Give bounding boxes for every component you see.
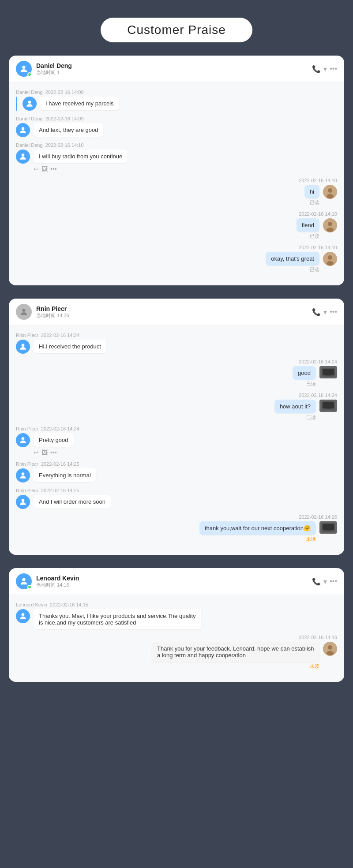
- dropdown-icon[interactable]: ▾: [323, 577, 327, 586]
- more-icon[interactable]: •••: [330, 308, 337, 316]
- msg-meta: Lenoard Kevin 2022-02-16 14:15: [16, 602, 88, 607]
- dropdown-icon[interactable]: ▾: [323, 308, 327, 316]
- msg-bubble-right: how aout it?: [274, 400, 316, 413]
- message-row: Rnin Piecr 2022-02-16 14:24 Pretty good …: [16, 426, 337, 456]
- read-status: 已读: [274, 414, 316, 421]
- header-actions-1: 📞 ▾ •••: [312, 65, 337, 73]
- svg-point-30: [328, 645, 332, 650]
- message-row: 2022-02-16 14:10 hi 已读: [16, 178, 337, 206]
- msg-meta: Rnin Piecr 2022-02-16 14:24: [16, 333, 79, 338]
- image-icon[interactable]: 🖼: [41, 449, 48, 456]
- svg-point-12: [327, 261, 334, 266]
- read-status: 未读: [199, 536, 316, 542]
- more-actions-icon[interactable]: •••: [50, 449, 57, 456]
- msg-avatar-right: [323, 185, 337, 199]
- svg-point-31: [327, 651, 334, 655]
- avatar-daniel: [16, 61, 32, 77]
- svg-rect-17: [325, 375, 331, 376]
- msg-bubble-right: Thank you for your feedback. Lenoard, ho…: [152, 642, 319, 662]
- phone-icon[interactable]: 📞: [312, 65, 321, 73]
- msg-meta: 2022-02-16 14:16: [299, 635, 337, 640]
- phone-icon[interactable]: 📞: [312, 577, 321, 586]
- msg-content-wrap: Everything is normal: [16, 468, 96, 483]
- msg-meta: Daniel Deng 2022-02-16 14:09: [16, 116, 84, 121]
- reply-icon[interactable]: ↩: [34, 449, 39, 456]
- svg-rect-20: [325, 408, 331, 409]
- chat-card-3: Lenoard Kevin 当地时间 14:16 📞 ▾ ••• Lenoard…: [9, 568, 344, 682]
- msg-avatar-left: [16, 150, 30, 164]
- page-title: Customer Praise: [101, 18, 252, 42]
- message-row: Rnin Piecr 2022-02-16 14:25 Everything i…: [16, 461, 337, 483]
- msg-meta: 2022-02-16 14:10: [299, 178, 337, 183]
- msg-actions: ↩ 🖼 •••: [34, 165, 57, 172]
- read-status: 未读: [152, 663, 319, 670]
- chat-body-1: Daniel Deng 2022-02-16 14:08 I have rece…: [9, 82, 344, 285]
- device-avatar: [319, 521, 337, 534]
- image-icon[interactable]: 🖼: [41, 165, 48, 172]
- msg-avatar-right: [323, 642, 337, 656]
- more-actions-icon[interactable]: •••: [50, 165, 57, 172]
- msg-content-wrap: good 已读: [293, 366, 337, 387]
- chat-card-2: Rnin Piecr 当地时间 14:26 📞 ▾ ••• Rnin Piecr…: [9, 299, 344, 555]
- contact-status-1: 当地时间 1: [36, 69, 312, 76]
- msg-content-wrap: hi 已读: [304, 185, 337, 206]
- svg-point-3: [22, 153, 25, 157]
- msg-avatar-left: [23, 97, 37, 111]
- page-title-container: Customer Praise: [9, 18, 344, 42]
- msg-content-wrap: Hi,I received the product: [16, 340, 106, 354]
- header-actions-2: 📞 ▾ •••: [312, 308, 337, 316]
- left-bar: [16, 97, 17, 111]
- chat-header-3: Lenoard Kevin 当地时间 14:16 📞 ▾ •••: [9, 568, 344, 595]
- msg-meta: Rnin Piecr 2022-02-16 14:25: [16, 461, 79, 467]
- msg-bubble: And I will order more soon: [34, 495, 111, 509]
- msg-avatar-left: [16, 468, 30, 483]
- msg-avatar-left: [16, 609, 30, 623]
- message-row: Daniel Deng 2022-02-16 14:08 I have rece…: [16, 90, 337, 111]
- device-avatar: [319, 400, 337, 412]
- msg-bubble: And text, they are good: [34, 123, 103, 137]
- svg-point-13: [22, 309, 25, 312]
- msg-content-wrap: And text, they are good: [16, 123, 103, 137]
- msg-bubble: Thanks you. Mavi, I like your products a…: [34, 609, 201, 629]
- chat-header-2: Rnin Piecr 当地时间 14:26 📞 ▾ •••: [9, 299, 344, 326]
- contact-name-3: Lenoard Kevin: [36, 575, 312, 582]
- msg-content-wrap: thank you,wait for our next cooperation🤗…: [199, 521, 337, 542]
- svg-point-1: [28, 101, 31, 104]
- svg-rect-25: [323, 524, 334, 530]
- svg-point-28: [22, 613, 25, 616]
- message-row: Daniel Deng 2022-02-16 14:09 And text, t…: [16, 116, 337, 137]
- msg-meta: 2022-02-16 14:24: [299, 393, 337, 398]
- svg-point-21: [22, 437, 25, 440]
- read-status: 已读: [266, 266, 319, 273]
- svg-rect-19: [323, 402, 334, 408]
- message-row: 2022-02-16 14:26 thank you,wait for our …: [16, 514, 337, 542]
- read-status: 已读: [297, 233, 319, 239]
- chat-card-1: Daniel Deng 当地时间 1 📞 ▾ ••• Daniel Deng 2…: [9, 56, 344, 285]
- msg-content-wrap: Thank you for your feedback. Lenoard, ho…: [152, 642, 337, 670]
- msg-content-wrap: I have received my parcels: [16, 97, 119, 111]
- phone-icon[interactable]: 📞: [312, 308, 321, 316]
- msg-meta: Rnin Piecr 2022-02-16 14:24: [16, 426, 79, 431]
- svg-point-0: [22, 66, 25, 69]
- header-info-1: Daniel Deng 当地时间 1: [36, 62, 312, 76]
- more-icon[interactable]: •••: [330, 65, 337, 73]
- message-row: 2022-02-16 14:10 fiend 已读: [16, 211, 337, 239]
- chat-body-3: Lenoard Kevin 2022-02-16 14:15 Thanks yo…: [9, 595, 344, 682]
- avatar-lenoard: [16, 573, 32, 589]
- read-status: 已读: [293, 381, 316, 387]
- more-icon[interactable]: •••: [330, 577, 337, 585]
- reply-icon[interactable]: ↩: [34, 165, 39, 172]
- message-row: Rnin Piecr 2022-02-16 14:24 Hi,I receive…: [16, 333, 337, 354]
- device-avatar: [319, 366, 337, 378]
- svg-point-22: [22, 472, 25, 475]
- chat-body-2: Rnin Piecr 2022-02-16 14:24 Hi,I receive…: [9, 326, 344, 555]
- svg-point-27: [22, 578, 25, 581]
- contact-name-2: Rnin Piecr: [36, 305, 312, 312]
- msg-content-wrap: Thanks you. Mavi, I like your products a…: [16, 609, 201, 629]
- svg-rect-16: [323, 369, 334, 375]
- message-row: 2022-02-16 14:16 Thank you for your feed…: [16, 635, 337, 670]
- header-actions-3: 📞 ▾ •••: [312, 577, 337, 586]
- msg-avatar-left: [16, 433, 30, 447]
- dropdown-icon[interactable]: ▾: [323, 65, 327, 73]
- svg-point-14: [22, 344, 25, 347]
